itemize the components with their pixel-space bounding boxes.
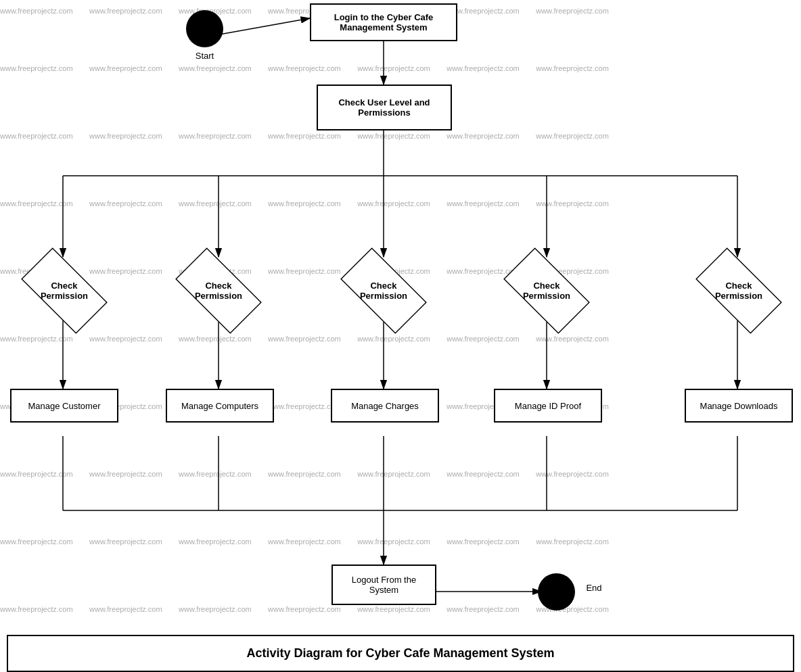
end-label: End: [580, 583, 608, 593]
end-node: [538, 573, 575, 610]
start-label: Start: [186, 51, 223, 61]
watermark: www.freeprojectz.com www.freeprojectz.co…: [0, 335, 609, 343]
check-permission-5: CheckPermission: [685, 260, 793, 321]
check-permission-4: CheckPermission: [493, 260, 601, 321]
logout-box: Logout From theSystem: [331, 565, 436, 605]
diagram-container: www.freeprojectz.com www.freeprojectz.co…: [0, 0, 801, 672]
manage-computers-box: Manage Computers: [166, 389, 274, 423]
check-permission-2: CheckPermission: [164, 260, 273, 321]
watermark: www.freeprojectz.com www.freeprojectz.co…: [0, 470, 609, 478]
manage-downloads-box: Manage Downloads: [685, 389, 793, 423]
watermark: www.freeprojectz.com www.freeprojectz.co…: [0, 132, 609, 140]
login-box: Login to the Cyber Cafe Management Syste…: [310, 3, 457, 41]
watermark: www.freeprojectz.com www.freeprojectz.co…: [0, 64, 609, 72]
manage-charges-box: Manage Charges: [331, 389, 439, 423]
check-permission-1: CheckPermission: [10, 260, 118, 321]
diagram-title: Activity Diagram for Cyber Cafe Manageme…: [7, 635, 794, 672]
watermark: www.freeprojectz.com www.freeprojectz.co…: [0, 537, 609, 546]
manage-customer-box: Manage Customer: [10, 389, 118, 423]
check-permission-3: CheckPermission: [329, 260, 438, 321]
check-user-level-box: Check User Level andPermissions: [317, 85, 452, 130]
watermark: www.freeprojectz.com www.freeprojectz.co…: [0, 199, 609, 208]
watermark: www.freeprojectz.com www.freeprojectz.co…: [0, 605, 609, 613]
start-node: [186, 10, 223, 47]
watermark: www.freeprojectz.com www.freeprojectz.co…: [0, 7, 609, 15]
manage-id-proof-box: Manage ID Proof: [494, 389, 602, 423]
